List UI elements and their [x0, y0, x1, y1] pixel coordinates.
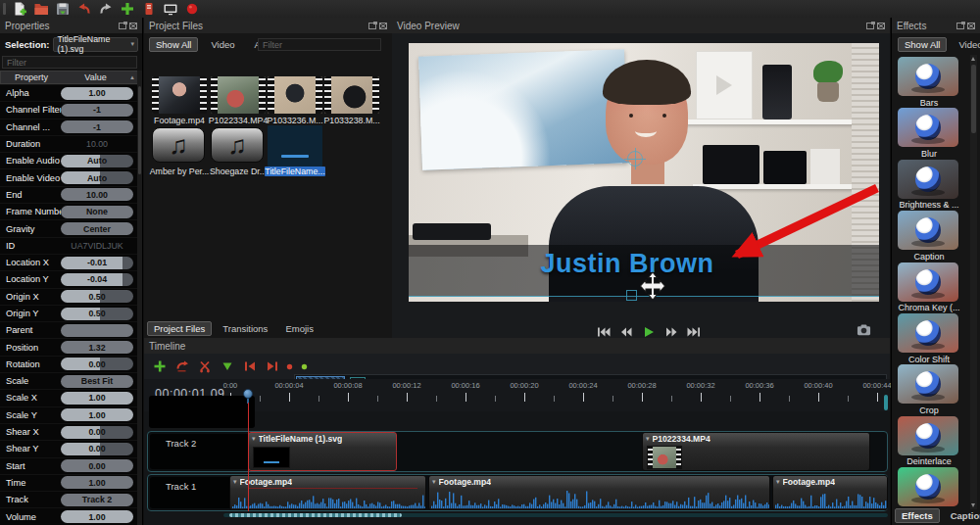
property-value-field[interactable]: None [61, 206, 133, 218]
file-thumbnail-p1033236-m[interactable] [268, 76, 322, 114]
effect-thumbnail-color-shift[interactable] [898, 313, 958, 353]
properties-table: Alpha1.00Channel Filter-1Channel ...-1Du… [0, 85, 138, 525]
effect-thumbnail-chroma-key[interactable] [898, 262, 958, 302]
property-value-field[interactable]: 0.00 [61, 459, 133, 472]
undock-icon[interactable] [956, 23, 964, 29]
tab-show-all[interactable]: Show All [149, 37, 198, 52]
property-value-field[interactable]: 1.32 [61, 341, 133, 354]
property-value-field[interactable]: 10.00 [61, 188, 133, 201]
undock-icon[interactable] [368, 23, 376, 29]
property-value-field[interactable]: Auto [61, 171, 133, 184]
property-value-field[interactable]: 1.00 [61, 510, 133, 523]
dock-tab-transitions[interactable]: Transitions [216, 321, 274, 336]
tab-video[interactable]: Video [204, 37, 241, 52]
effect-thumbnail-blur[interactable] [898, 108, 958, 147]
title-overlay-text[interactable]: Justin Brown [451, 249, 804, 279]
toolbar-grip[interactable] [3, 3, 6, 15]
dock-tab-captions[interactable]: Captions [944, 508, 980, 523]
effect-thumbnail-caption[interactable] [898, 211, 958, 250]
property-value-field[interactable]: Auto [61, 155, 133, 167]
property-value-field[interactable]: 0.00 [61, 358, 133, 370]
property-value-field[interactable]: 0.50 [61, 290, 133, 303]
video-frame[interactable]: Justin Brown [409, 43, 879, 302]
column-property: Property [1, 72, 62, 82]
open-project-icon[interactable] [33, 1, 49, 17]
smile [635, 125, 657, 137]
transform-handle[interactable] [626, 290, 637, 301]
close-icon[interactable] [877, 23, 885, 29]
property-value-field[interactable]: Best Fit [61, 375, 133, 388]
close-icon[interactable] [129, 23, 137, 29]
scroll-up-icon[interactable] [971, 57, 975, 61]
undo-icon[interactable] [76, 1, 92, 17]
property-value-field[interactable]: 1.00 [61, 408, 133, 421]
import-files-icon[interactable] [120, 1, 135, 17]
file-thumbnail-shoegaze-dr[interactable]: ♫ [211, 127, 264, 163]
selection-dropdown[interactable]: TitleFileName (1).svg ▾ [53, 37, 138, 52]
playhead-marker[interactable] [243, 389, 254, 404]
file-thumbnail-footage-mp4[interactable] [152, 76, 207, 114]
file-thumbnail-titlefilename[interactable] [268, 125, 322, 167]
properties-filter-input[interactable] [2, 56, 137, 69]
property-value-field[interactable]: 1.00 [61, 476, 133, 489]
undock-icon[interactable] [119, 23, 126, 29]
effect-thumbnail-brightness[interactable] [898, 160, 958, 199]
project-files-filter-input[interactable] [258, 38, 381, 51]
effect-thumbnail-item[interactable] [898, 467, 958, 506]
dock-tab-effects[interactable]: Effects [895, 508, 940, 523]
play-button[interactable] [641, 326, 657, 338]
file-thumbnail-p1022334-mp4[interactable] [211, 76, 266, 114]
effects-scrollbar[interactable] [970, 55, 977, 509]
dock-tab-emojis[interactable]: Emojis [278, 321, 320, 336]
transform-origin-icon[interactable] [627, 151, 643, 167]
new-project-icon[interactable] [12, 1, 27, 17]
jump-start-button[interactable] [596, 326, 612, 338]
scroll-down-icon[interactable] [971, 503, 975, 507]
property-value-field[interactable]: 1.00 [61, 87, 133, 100]
tab-show-all[interactable]: Show All [898, 37, 947, 52]
fast-forward-button[interactable] [663, 326, 679, 338]
fullscreen-icon[interactable] [163, 1, 178, 17]
effect-ball-icon [915, 115, 941, 140]
property-value-field[interactable]: Track 2 [61, 494, 133, 506]
effect-thumbnail-bars[interactable] [898, 57, 958, 96]
property-value-field[interactable]: Center [61, 222, 133, 235]
redo-icon[interactable] [98, 1, 114, 17]
dock-tab-project-files[interactable]: Project Files [147, 321, 212, 336]
jump-end-button[interactable] [686, 326, 702, 338]
property-label: Rotation [0, 359, 61, 369]
property-value-field[interactable]: -0.04 [61, 273, 133, 286]
timeline-clip-titlefilename-1-svg-0[interactable]: ▾TitleFileName (1).svg [248, 432, 397, 471]
property-value-field[interactable]: -1 [61, 120, 133, 133]
file-thumbnail-p1033238-m[interactable] [324, 76, 379, 114]
property-value-field[interactable]: 1.00 [61, 392, 133, 405]
property-value-field[interactable] [61, 324, 133, 337]
timeline-clip-footage-mp4-3[interactable]: ▾Footage.mp4 [428, 475, 770, 510]
effect-thumbnail-crop[interactable] [898, 364, 958, 404]
property-value-field[interactable]: 0.00 [61, 443, 133, 455]
save-project-icon[interactable] [55, 1, 71, 17]
rewind-button[interactable] [618, 326, 634, 338]
close-icon[interactable] [379, 23, 387, 29]
file-thumbnail-amber-by-per[interactable]: ♫ [152, 127, 205, 163]
properties-scrollbar[interactable] [137, 71, 142, 525]
effect-thumbnail-deinterlace[interactable] [898, 416, 958, 455]
property-value-field[interactable]: -1 [61, 104, 133, 117]
timeline-clip-footage-mp4-2[interactable]: ▾Footage.mp4 [229, 475, 426, 510]
export-video-icon[interactable] [184, 1, 200, 17]
track-header[interactable]: Track 2 [150, 434, 254, 469]
timeline-clip-p1022334-mp4-1[interactable]: ▾P1022334.MP4 [642, 432, 870, 471]
choose-profile-icon[interactable] [141, 1, 157, 17]
close-icon[interactable] [967, 23, 975, 29]
timeline-horizontal-scrollbar[interactable] [223, 513, 888, 517]
undock-icon[interactable] [866, 23, 874, 29]
property-value-field[interactable]: 0.50 [61, 308, 133, 320]
timeline-clip-footage-mp4-4[interactable]: ▾Footage.mp4 [772, 475, 888, 510]
effects-tabs: Show AllVideo [898, 37, 980, 52]
scroll-up-icon[interactable]: ▲ [129, 74, 135, 80]
tab-video[interactable]: Video [952, 37, 980, 52]
timeline-vertical-scrollbar[interactable] [884, 395, 888, 410]
property-value-field[interactable]: -0.01 [61, 257, 133, 269]
snapshot-camera-icon[interactable] [857, 322, 871, 335]
property-value-field[interactable]: 0.00 [61, 426, 133, 439]
